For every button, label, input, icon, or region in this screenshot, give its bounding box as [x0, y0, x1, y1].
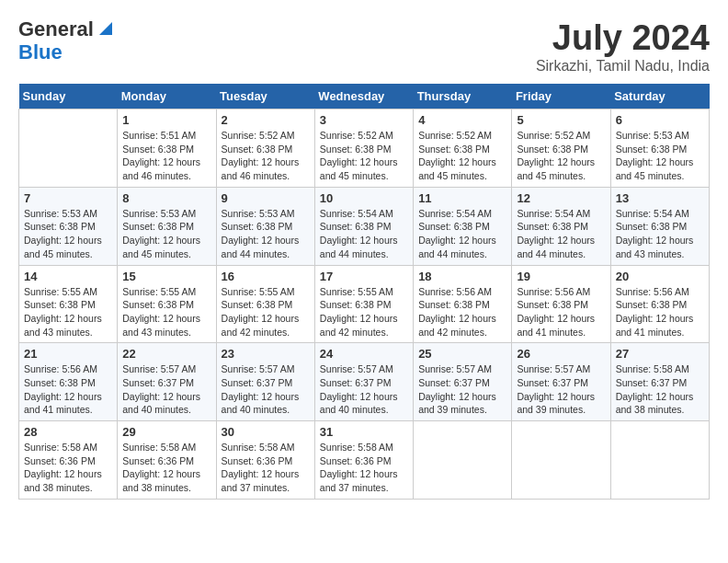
svg-marker-0 — [99, 22, 112, 35]
calendar-cell: 3Sunrise: 5:52 AMSunset: 6:38 PMDaylight… — [314, 109, 413, 188]
cell-info: Sunrise: 5:55 AMSunset: 6:38 PMDaylight:… — [24, 285, 112, 339]
calendar-cell: 10Sunrise: 5:54 AMSunset: 6:38 PMDayligh… — [314, 187, 413, 265]
calendar-cell: 18Sunrise: 5:56 AMSunset: 6:38 PMDayligh… — [414, 265, 512, 343]
day-number: 28 — [24, 425, 112, 439]
day-number: 2 — [222, 113, 310, 127]
calendar-cell: 19Sunrise: 5:56 AMSunset: 6:38 PMDayligh… — [512, 265, 610, 343]
calendar-cell: 2Sunrise: 5:52 AMSunset: 6:38 PMDaylight… — [216, 109, 314, 188]
day-number: 9 — [222, 191, 310, 205]
cell-info: Sunrise: 5:55 AMSunset: 6:38 PMDaylight:… — [222, 285, 310, 339]
month-title: July 2024 — [536, 18, 710, 58]
day-number: 14 — [24, 270, 112, 283]
calendar-cell: 31Sunrise: 5:58 AMSunset: 6:36 PMDayligh… — [314, 421, 413, 500]
cell-info: Sunrise: 5:54 AMSunset: 6:38 PMDaylight:… — [418, 207, 506, 261]
day-number: 25 — [418, 347, 506, 361]
weekday-header-row: SundayMondayTuesdayWednesdayThursdayFrid… — [19, 84, 710, 109]
calendar-cell: 30Sunrise: 5:58 AMSunset: 6:36 PMDayligh… — [216, 421, 314, 500]
calendar-cell: 22Sunrise: 5:57 AMSunset: 6:37 PMDayligh… — [118, 343, 216, 421]
calendar-cell: 14Sunrise: 5:55 AMSunset: 6:38 PMDayligh… — [19, 265, 118, 343]
cell-info: Sunrise: 5:53 AMSunset: 6:38 PMDaylight:… — [24, 207, 112, 261]
calendar-cell: 26Sunrise: 5:57 AMSunset: 6:37 PMDayligh… — [512, 343, 610, 421]
logo-text-general: General — [18, 18, 94, 40]
day-number: 13 — [616, 191, 704, 205]
calendar-cell: 21Sunrise: 5:56 AMSunset: 6:38 PMDayligh… — [19, 343, 118, 421]
calendar-cell: 25Sunrise: 5:57 AMSunset: 6:37 PMDayligh… — [414, 343, 512, 421]
cell-info: Sunrise: 5:52 AMSunset: 6:38 PMDaylight:… — [222, 129, 310, 183]
cell-info: Sunrise: 5:55 AMSunset: 6:38 PMDaylight:… — [122, 285, 210, 339]
location-title: Sirkazhi, Tamil Nadu, India — [536, 58, 710, 75]
cell-info: Sunrise: 5:58 AMSunset: 6:36 PMDaylight:… — [122, 441, 210, 495]
day-number: 19 — [517, 270, 605, 283]
weekday-header-wednesday: Wednesday — [314, 84, 413, 109]
day-number: 17 — [320, 270, 408, 283]
day-number: 7 — [24, 191, 112, 205]
day-number: 1 — [122, 113, 210, 127]
cell-info: Sunrise: 5:57 AMSunset: 6:37 PMDaylight:… — [320, 362, 408, 417]
calendar-cell: 15Sunrise: 5:55 AMSunset: 6:38 PMDayligh… — [118, 265, 216, 343]
day-number: 8 — [122, 191, 210, 205]
cell-info: Sunrise: 5:52 AMSunset: 6:38 PMDaylight:… — [418, 129, 506, 183]
cell-info: Sunrise: 5:57 AMSunset: 6:37 PMDaylight:… — [418, 362, 506, 417]
day-number: 16 — [222, 270, 310, 283]
day-number: 4 — [418, 113, 506, 127]
calendar-cell: 4Sunrise: 5:52 AMSunset: 6:38 PMDaylight… — [414, 109, 512, 188]
cell-info: Sunrise: 5:57 AMSunset: 6:37 PMDaylight:… — [517, 362, 605, 417]
day-number: 15 — [122, 270, 210, 283]
page-header: General Blue July 2024 Sirkazhi, Tamil N… — [18, 18, 710, 75]
calendar-cell: 7Sunrise: 5:53 AMSunset: 6:38 PMDaylight… — [19, 187, 118, 265]
weekday-header-friday: Friday — [512, 84, 610, 109]
calendar-cell: 8Sunrise: 5:53 AMSunset: 6:38 PMDaylight… — [118, 187, 216, 265]
cell-info: Sunrise: 5:52 AMSunset: 6:38 PMDaylight:… — [517, 129, 605, 183]
week-row-2: 7Sunrise: 5:53 AMSunset: 6:38 PMDaylight… — [19, 187, 710, 265]
cell-info: Sunrise: 5:58 AMSunset: 6:36 PMDaylight:… — [222, 441, 310, 495]
title-area: July 2024 Sirkazhi, Tamil Nadu, India — [536, 18, 710, 75]
weekday-header-sunday: Sunday — [19, 84, 118, 109]
cell-info: Sunrise: 5:56 AMSunset: 6:38 PMDaylight:… — [418, 285, 506, 339]
calendar-cell: 5Sunrise: 5:52 AMSunset: 6:38 PMDaylight… — [512, 109, 610, 188]
logo-arrow-icon — [96, 18, 116, 39]
day-number: 6 — [616, 113, 704, 127]
cell-info: Sunrise: 5:54 AMSunset: 6:38 PMDaylight:… — [320, 207, 408, 261]
weekday-header-monday: Monday — [118, 84, 216, 109]
calendar-cell: 20Sunrise: 5:56 AMSunset: 6:38 PMDayligh… — [610, 265, 709, 343]
calendar-cell: 24Sunrise: 5:57 AMSunset: 6:37 PMDayligh… — [314, 343, 413, 421]
cell-info: Sunrise: 5:54 AMSunset: 6:38 PMDaylight:… — [616, 207, 704, 261]
calendar-cell — [512, 421, 610, 500]
week-row-5: 28Sunrise: 5:58 AMSunset: 6:36 PMDayligh… — [19, 421, 710, 500]
day-number: 27 — [616, 347, 704, 361]
cell-info: Sunrise: 5:57 AMSunset: 6:37 PMDaylight:… — [122, 362, 210, 417]
cell-info: Sunrise: 5:53 AMSunset: 6:38 PMDaylight:… — [616, 129, 704, 183]
day-number: 31 — [320, 425, 408, 439]
cell-info: Sunrise: 5:55 AMSunset: 6:38 PMDaylight:… — [320, 285, 408, 339]
cell-info: Sunrise: 5:53 AMSunset: 6:38 PMDaylight:… — [222, 207, 310, 261]
calendar-cell: 17Sunrise: 5:55 AMSunset: 6:38 PMDayligh… — [314, 265, 413, 343]
cell-info: Sunrise: 5:58 AMSunset: 6:37 PMDaylight:… — [616, 362, 704, 417]
cell-info: Sunrise: 5:53 AMSunset: 6:38 PMDaylight:… — [122, 207, 210, 261]
week-row-1: 1Sunrise: 5:51 AMSunset: 6:38 PMDaylight… — [19, 109, 710, 188]
day-number: 18 — [418, 270, 506, 283]
cell-info: Sunrise: 5:54 AMSunset: 6:38 PMDaylight:… — [517, 207, 605, 261]
day-number: 23 — [222, 347, 310, 361]
calendar-cell: 12Sunrise: 5:54 AMSunset: 6:38 PMDayligh… — [512, 187, 610, 265]
calendar-cell: 13Sunrise: 5:54 AMSunset: 6:38 PMDayligh… — [610, 187, 709, 265]
day-number: 30 — [222, 425, 310, 439]
day-number: 10 — [320, 191, 408, 205]
cell-info: Sunrise: 5:56 AMSunset: 6:38 PMDaylight:… — [616, 285, 704, 339]
cell-info: Sunrise: 5:58 AMSunset: 6:36 PMDaylight:… — [24, 441, 112, 495]
calendar-cell: 28Sunrise: 5:58 AMSunset: 6:36 PMDayligh… — [19, 421, 118, 500]
weekday-header-saturday: Saturday — [610, 84, 709, 109]
day-number: 24 — [320, 347, 408, 361]
cell-info: Sunrise: 5:56 AMSunset: 6:38 PMDaylight:… — [517, 285, 605, 339]
cell-info: Sunrise: 5:52 AMSunset: 6:38 PMDaylight:… — [320, 129, 408, 183]
week-row-4: 21Sunrise: 5:56 AMSunset: 6:38 PMDayligh… — [19, 343, 710, 421]
cell-info: Sunrise: 5:58 AMSunset: 6:36 PMDaylight:… — [320, 441, 408, 495]
logo-text-blue: Blue — [18, 40, 116, 64]
cell-info: Sunrise: 5:56 AMSunset: 6:38 PMDaylight:… — [24, 362, 112, 417]
calendar-cell: 6Sunrise: 5:53 AMSunset: 6:38 PMDaylight… — [610, 109, 709, 188]
calendar-cell: 11Sunrise: 5:54 AMSunset: 6:38 PMDayligh… — [414, 187, 512, 265]
calendar-cell: 9Sunrise: 5:53 AMSunset: 6:38 PMDaylight… — [216, 187, 314, 265]
week-row-3: 14Sunrise: 5:55 AMSunset: 6:38 PMDayligh… — [19, 265, 710, 343]
weekday-header-tuesday: Tuesday — [216, 84, 314, 109]
logo: General Blue — [18, 18, 116, 64]
calendar-cell: 27Sunrise: 5:58 AMSunset: 6:37 PMDayligh… — [610, 343, 709, 421]
